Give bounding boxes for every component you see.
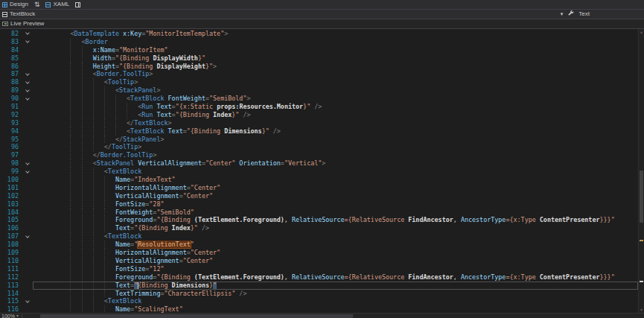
horizontal-scrollbar[interactable] xyxy=(25,314,643,318)
code-line[interactable]: 93 </TextBlock> xyxy=(0,119,638,127)
code-line[interactable]: 92 <Run Text="{Binding Index}" /> xyxy=(0,111,638,119)
line-number[interactable]: 92 xyxy=(0,111,22,119)
line-number[interactable]: 105 xyxy=(0,216,22,224)
line-number[interactable]: 99 xyxy=(0,168,22,176)
line-number[interactable]: 115 xyxy=(0,297,22,305)
code-line[interactable]: 94 <TextBlock Text="{Binding Dimensions}… xyxy=(0,127,638,136)
code-line[interactable]: 116 Name="ScalingText" xyxy=(0,305,638,313)
code-lines[interactable]: 82 <DataTemplate x:Key="MonitorItemTempl… xyxy=(0,30,638,313)
code-text: Width="{Binding DisplayWidth}" xyxy=(33,54,638,63)
line-number[interactable]: 108 xyxy=(0,241,22,249)
code-line[interactable]: 109 HorizontalAlignment="Center" xyxy=(0,249,638,257)
line-number[interactable]: 87 xyxy=(0,70,22,78)
code-line[interactable]: 82 <DataTemplate x:Key="MonitorItemTempl… xyxy=(0,30,638,38)
line-number[interactable]: 90 xyxy=(0,95,22,103)
line-number[interactable]: 84 xyxy=(0,46,22,54)
code-line[interactable]: 114 TextTrimming="CharacterEllipsis" /> xyxy=(0,290,638,298)
code-line[interactable]: 115 <TextBlock xyxy=(0,297,638,305)
swap-panes-icon[interactable]: ⇅ xyxy=(34,0,40,9)
horizontal-scrollbar-thumb[interactable] xyxy=(40,314,353,318)
line-number[interactable]: 116 xyxy=(0,305,22,313)
design-tab[interactable]: Design xyxy=(2,0,28,9)
code-line[interactable]: 102 VerticalAlignment="Center" xyxy=(0,192,638,200)
line-number[interactable]: 98 xyxy=(0,159,22,168)
live-preview-button[interactable]: Live Preview xyxy=(2,19,44,28)
code-editor[interactable]: 82 <DataTemplate x:Key="MonitorItemTempl… xyxy=(0,29,644,313)
line-number[interactable]: 83 xyxy=(0,38,22,46)
code-line[interactable]: 83 <Border xyxy=(0,38,638,46)
code-line[interactable]: 99 <TextBlock xyxy=(0,168,638,176)
code-line[interactable]: 107 <TextBlock xyxy=(0,232,638,241)
line-number[interactable]: 106 xyxy=(0,224,22,232)
line-number[interactable]: 111 xyxy=(0,265,22,273)
indent-guide xyxy=(115,111,116,119)
split-view-icon[interactable] xyxy=(75,2,80,7)
code-line[interactable]: 97 </Border.ToolTip> xyxy=(0,151,638,159)
code-line[interactable]: 84 x:Name="MonitorItem" xyxy=(0,46,638,54)
code-line[interactable]: 108 Name="ResolutionText" xyxy=(0,241,638,249)
line-number[interactable]: 103 xyxy=(0,200,22,209)
line-number[interactable]: 85 xyxy=(0,54,22,63)
code-line[interactable]: 91 <Run Text="{x:Static props:Resources.… xyxy=(0,103,638,111)
fold-chevron-icon[interactable] xyxy=(22,86,33,95)
code-line[interactable]: 85 Width="{Binding DisplayWidth}" xyxy=(0,54,638,63)
code-line[interactable]: 96 </ToolTip> xyxy=(0,143,638,151)
code-line[interactable]: 100 Name="IndexText" xyxy=(0,176,638,184)
code-line[interactable]: 98 <StackPanel VerticalAlignment="Center… xyxy=(0,159,638,168)
vertical-scrollbar[interactable]: ▴ ▾ xyxy=(638,29,644,313)
line-number[interactable]: 97 xyxy=(0,151,22,159)
fold-chevron-icon[interactable] xyxy=(22,159,33,168)
code-line[interactable]: 88 <ToolTip> xyxy=(0,78,638,86)
code-line[interactable]: 86 Height="{Binding DisplayHeight}"> xyxy=(0,63,638,71)
code-line[interactable]: 87 <Border.ToolTip> xyxy=(0,70,638,78)
line-number[interactable]: 101 xyxy=(0,184,22,192)
line-number[interactable]: 110 xyxy=(0,257,22,265)
code-line[interactable]: 111 FontSize="12" xyxy=(0,265,638,273)
line-number[interactable]: 82 xyxy=(0,30,22,38)
line-number[interactable]: 102 xyxy=(0,192,22,200)
zoom-control[interactable]: 100% ▾ xyxy=(1,314,19,318)
fold-chevron-icon[interactable] xyxy=(22,232,33,241)
code-line-current[interactable]: 113 Text="{Binding Dimensions}" xyxy=(0,282,638,290)
fold-chevron-icon[interactable] xyxy=(22,297,33,305)
code-line[interactable]: 112 Foreground="{Binding (TextElement.Fo… xyxy=(0,273,638,282)
code-line[interactable]: 104 FontWeight="SemiBold" xyxy=(0,209,638,217)
property-label[interactable]: Text xyxy=(578,10,590,19)
scrollbar-up-arrow-icon[interactable]: ▴ xyxy=(639,29,644,35)
fold-chevron-icon[interactable] xyxy=(22,95,33,103)
line-number[interactable]: 100 xyxy=(0,176,22,184)
code-line[interactable]: 105 Foreground="{Binding (TextElement.Fo… xyxy=(0,216,638,224)
line-number[interactable]: 86 xyxy=(0,63,22,71)
line-number[interactable]: 113 xyxy=(0,282,22,290)
line-number[interactable]: 91 xyxy=(0,103,22,111)
line-number[interactable]: 95 xyxy=(0,136,22,144)
line-number[interactable]: 107 xyxy=(0,232,22,241)
code-line[interactable]: 110 VerticalAlignment="Center" xyxy=(0,257,638,265)
code-line[interactable]: 101 HorizontalAlignment="Center" xyxy=(0,184,638,192)
fold-chevron-icon[interactable] xyxy=(22,30,33,38)
code-line[interactable]: 89 <StackPanel> xyxy=(0,86,638,95)
vertical-scrollbar-thumb[interactable] xyxy=(640,171,643,223)
line-number[interactable]: 104 xyxy=(0,209,22,217)
fold-chevron-icon[interactable] xyxy=(22,168,33,176)
line-number[interactable]: 93 xyxy=(0,119,22,127)
code-line[interactable]: 106 Text="{Binding Index}" /> xyxy=(0,224,638,232)
indent-guide xyxy=(93,103,94,111)
code-line[interactable]: 95 </StackPanel> xyxy=(0,136,638,144)
code-line[interactable]: 103 FontSize="28" xyxy=(0,200,638,209)
chevron-down-icon[interactable]: ▾ xyxy=(561,10,564,19)
line-number[interactable]: 88 xyxy=(0,78,22,86)
line-number[interactable]: 114 xyxy=(0,290,22,298)
xaml-tab[interactable]: XAML xyxy=(45,0,69,9)
line-number[interactable]: 112 xyxy=(0,273,22,282)
element-breadcrumb[interactable]: TextBlock xyxy=(2,10,35,19)
fold-chevron-icon[interactable] xyxy=(22,38,33,46)
code-line[interactable]: 90 <TextBlock FontWeight="SemiBold"> xyxy=(0,95,638,103)
line-number[interactable]: 96 xyxy=(0,143,22,151)
line-number[interactable]: 89 xyxy=(0,86,22,95)
line-number[interactable]: 109 xyxy=(0,249,22,257)
fold-chevron-icon[interactable] xyxy=(22,70,33,78)
fold-chevron-icon[interactable] xyxy=(22,78,33,86)
scrollbar-down-arrow-icon[interactable]: ▾ xyxy=(639,307,644,313)
line-number[interactable]: 94 xyxy=(0,127,22,136)
